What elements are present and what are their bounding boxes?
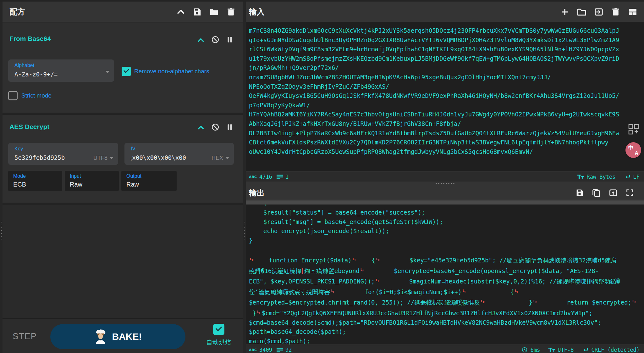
operation-title: AES Decrypt bbox=[9, 123, 49, 131]
save-output-icon[interactable] bbox=[575, 188, 584, 197]
input-type-select[interactable]: Input Raw bbox=[65, 171, 119, 191]
collapse-recipe-chevron-up-icon[interactable] bbox=[176, 7, 185, 17]
bake-button[interactable]: BAKE! bbox=[50, 324, 185, 349]
extension-grid-icon[interactable] bbox=[628, 121, 641, 136]
input-type-value: Raw bbox=[70, 181, 82, 188]
copy-output-icon[interactable] bbox=[592, 188, 601, 197]
return-arrow-icon bbox=[582, 347, 589, 353]
aes-key-field[interactable]: Key 5e329feb5d925b UTF8 bbox=[8, 143, 118, 165]
aes-iv-field[interactable]: IV \x00\x00\x00\x00 HEX bbox=[124, 143, 234, 165]
output-type-select[interactable]: Output Raw bbox=[121, 171, 177, 191]
bake-button-label: BAKE! bbox=[112, 331, 142, 342]
strict-mode-label[interactable]: Strict mode bbox=[21, 92, 52, 99]
input-line-count: 1 bbox=[277, 174, 289, 180]
open-folder-icon[interactable] bbox=[577, 7, 586, 17]
abc-icon: ABC bbox=[249, 175, 257, 179]
clock-icon bbox=[521, 347, 528, 353]
output-textarea[interactable]: { $result["status"] = base64_encode("suc… bbox=[246, 205, 644, 345]
output-char-count: ABC3409 bbox=[249, 347, 272, 353]
strict-mode-checkbox[interactable] bbox=[8, 91, 18, 100]
translate-float-button[interactable]: 中 A bbox=[625, 142, 641, 158]
output-type-value: Raw bbox=[126, 181, 139, 188]
chevron-down-icon bbox=[103, 69, 110, 76]
auto-bake-control: 自动烘焙 bbox=[200, 324, 238, 347]
disable-op-icon[interactable] bbox=[211, 123, 219, 131]
output-status-bar: ABC3409 92 6ms TTUTF-8 CRLF (detected) bbox=[246, 345, 644, 353]
operation-from-base64[interactable]: From Base64 Alphabet A-Za-z0-9+/= Remove… bbox=[3, 23, 243, 115]
output-title: 输出 bbox=[249, 188, 265, 198]
recipe-header: 配方 bbox=[3, 2, 243, 22]
output-type-label: Output bbox=[126, 173, 141, 179]
divider-handle-icon bbox=[436, 183, 454, 184]
layout-split-icon[interactable] bbox=[628, 7, 637, 17]
alphabet-select[interactable]: Alphabet A-Za-z0-9+/= bbox=[8, 59, 114, 82]
operation-aes-decrypt[interactable]: AES Decrypt Key 5e329feb5d925b UTF8 IV bbox=[3, 115, 243, 205]
input-encoding-toggle[interactable]: TTRaw Bytes bbox=[577, 173, 616, 180]
splitter-handle-icon bbox=[244, 222, 245, 239]
key-encoding-select[interactable]: UTF8 bbox=[93, 155, 114, 161]
load-recipe-folder-icon[interactable] bbox=[209, 7, 219, 17]
recipe-list: From Base64 Alphabet A-Za-z0-9+/= Remove… bbox=[3, 23, 243, 318]
step-button[interactable]: STEP bbox=[13, 331, 37, 341]
lines-icon bbox=[277, 348, 283, 352]
input-text: m7nCS8n4OZG9akdDlxm6OcC9cXuXcVktj4kPJ2xU… bbox=[246, 22, 644, 156]
output-encoding-toggle[interactable]: TTUTF-8 bbox=[548, 346, 574, 353]
recipe-title: 配方 bbox=[9, 7, 25, 17]
return-arrow-icon bbox=[624, 174, 631, 180]
cyberchef-app: 配方 From Base64 bbox=[0, 0, 644, 353]
text-encoding-icon: TT bbox=[548, 346, 555, 353]
io-divider[interactable] bbox=[246, 182, 644, 185]
operation-title: From Base64 bbox=[9, 35, 51, 42]
output-clipped-line: { bbox=[249, 205, 644, 207]
bake-bar: STEP BAKE! 自动烘焙 bbox=[3, 318, 243, 353]
save-recipe-icon[interactable] bbox=[192, 7, 202, 17]
translate-zh-glyph: 中 bbox=[628, 144, 634, 151]
input-char-count: ABC4716 bbox=[249, 174, 272, 180]
text-encoding-icon: TT bbox=[577, 173, 584, 180]
maximize-output-icon[interactable] bbox=[625, 188, 634, 197]
alphabet-label: Alphabet bbox=[14, 63, 34, 68]
splitter-handle-icon bbox=[1, 222, 2, 239]
input-type-label: Input bbox=[70, 173, 81, 179]
recipe-panel: 配方 From Base64 bbox=[3, 2, 243, 353]
add-tab-plus-icon[interactable] bbox=[560, 7, 570, 17]
iv-encoding-select[interactable]: HEX bbox=[212, 155, 229, 161]
output-text: $result["status"] = base64_encode("succe… bbox=[246, 207, 644, 345]
breakpoint-pause-icon[interactable] bbox=[226, 36, 234, 44]
auto-bake-checkbox[interactable] bbox=[213, 324, 224, 335]
input-eol-toggle[interactable]: LF bbox=[624, 174, 640, 180]
panel-splitter[interactable] bbox=[243, 2, 246, 353]
output-scrollbar[interactable] bbox=[246, 200, 644, 205]
translate-en-glyph: A bbox=[635, 150, 638, 156]
mode-label: Mode bbox=[13, 173, 26, 179]
clear-io-trash-icon[interactable] bbox=[611, 7, 620, 17]
open-input-icon[interactable] bbox=[594, 7, 603, 17]
input-textarea[interactable]: m7nCS8n4OZG9akdDlxm6OcC9cXuXcVktj4kPJ2xU… bbox=[246, 22, 644, 171]
alphabet-value: A-Za-z0-9+/= bbox=[14, 71, 58, 78]
abc-icon: ABC bbox=[249, 348, 257, 352]
output-header: 输出 bbox=[246, 185, 644, 200]
clear-recipe-trash-icon[interactable] bbox=[226, 7, 236, 17]
chef-icon bbox=[94, 329, 107, 344]
left-splitter[interactable] bbox=[0, 2, 3, 353]
output-eol-toggle[interactable]: CRLF (detected) bbox=[582, 347, 640, 353]
io-panels: 输入 m7nCS8n4OZG9akdDlxm6OcC9cXuXcVktj4kPJ… bbox=[246, 2, 644, 353]
bake-time: 6ms bbox=[521, 347, 540, 353]
collapse-op-chevron-up-icon[interactable] bbox=[197, 36, 205, 44]
auto-bake-label[interactable]: 自动烘焙 bbox=[200, 338, 238, 347]
output-line-count: 92 bbox=[277, 347, 292, 353]
key-label: Key bbox=[14, 146, 23, 152]
remove-non-alphabet-label[interactable]: Remove non-alphabet chars bbox=[134, 68, 209, 75]
remove-non-alphabet-checkbox[interactable] bbox=[122, 67, 131, 76]
disable-op-icon[interactable] bbox=[211, 36, 219, 44]
key-value[interactable]: 5e329feb5d925b bbox=[14, 154, 65, 161]
collapse-op-chevron-up-icon[interactable] bbox=[197, 124, 205, 132]
move-output-to-input-icon[interactable] bbox=[609, 188, 618, 197]
input-header: 输入 bbox=[246, 2, 644, 22]
input-title: 输入 bbox=[249, 7, 265, 17]
mode-select[interactable]: Mode ECB bbox=[8, 171, 62, 191]
breakpoint-pause-icon[interactable] bbox=[226, 123, 234, 131]
iv-value[interactable]: \x00\x00\x00\x00 bbox=[131, 154, 186, 161]
mode-value: ECB bbox=[13, 181, 26, 188]
input-status-bar: ABC4716 1 TTRaw Bytes LF bbox=[246, 171, 644, 182]
